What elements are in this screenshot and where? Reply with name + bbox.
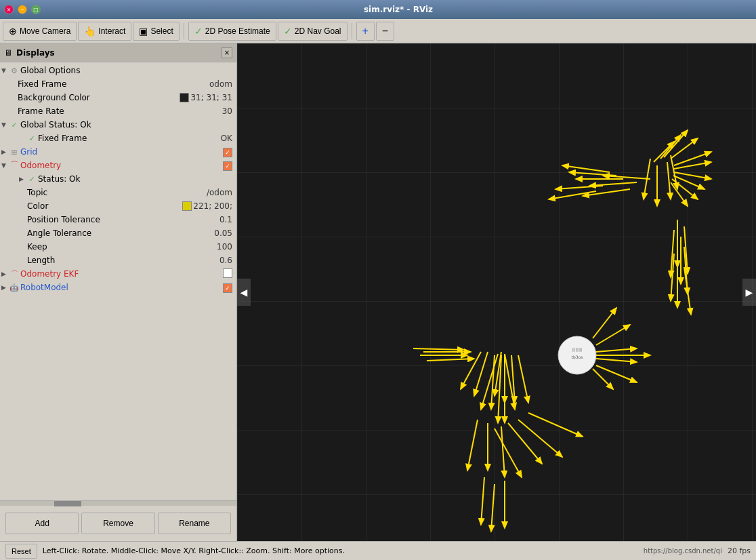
displays-tree: ▼ ⚙ Global Options Fixed Frame odom Back… (0, 62, 236, 500)
svg-line-58 (508, 423, 542, 464)
fixed-frame-ok-label: Fixed Frame (38, 134, 219, 143)
svg-line-44 (671, 230, 674, 277)
pose-estimate-label: 2D Pose Estimate (205, 26, 270, 36)
svg-line-30 (644, 159, 650, 199)
select-button[interactable]: ▣ Select (133, 22, 179, 41)
svg-line-40 (672, 179, 698, 199)
odometry-ekf-checkbox-inner[interactable] (223, 268, 232, 278)
tree-item-frame-rate[interactable]: Frame Rate 30 (0, 104, 236, 118)
displays-close-button[interactable]: × (222, 47, 232, 58)
svg-line-32 (660, 135, 681, 159)
pos-tolerance-label: Position Tolerance (27, 215, 218, 224)
robot-model-checkbox-inner[interactable] (223, 283, 232, 293)
tree-item-fixed-frame-ok[interactable]: ✓ Fixed Frame OK (0, 132, 236, 145)
tree-item-odometry-ekf[interactable]: ▶ ⌒ Odometry EKF (0, 267, 236, 281)
move-camera-label: Move Camera (20, 26, 70, 36)
tree-item-grid[interactable]: ▶ ⊞ Grid (0, 145, 236, 159)
pose-estimate-button[interactable]: ✓ 2D Pose Estimate (188, 22, 276, 41)
grid-checkbox[interactable] (223, 147, 232, 157)
svg-line-8 (593, 369, 613, 389)
svg-line-14 (518, 355, 528, 403)
minimize-button[interactable]: − (18, 5, 27, 14)
tree-item-fixed-frame[interactable]: Fixed Frame odom (0, 77, 236, 91)
viewport-left-arrow[interactable]: ◀ (237, 279, 251, 306)
tree-item-pos-tolerance[interactable]: Position Tolerance 0.1 (0, 213, 236, 226)
tree-item-topic[interactable]: Topic /odom (0, 186, 236, 199)
rename-button[interactable]: Rename (158, 513, 231, 534)
svg-line-55 (501, 426, 505, 477)
odometry-checkbox[interactable] (223, 161, 232, 171)
scrollbar-thumb[interactable] (54, 501, 81, 506)
svg-rect-0 (237, 43, 756, 541)
angle-tolerance-label: Angle Tolerance (27, 228, 213, 238)
bg-color-label: Background Color (18, 93, 178, 102)
add-toolbar-button[interactable]: + (356, 22, 375, 41)
svg-line-33 (664, 130, 688, 157)
odometry-checkbox-inner[interactable] (223, 161, 232, 171)
svg-line-6 (596, 365, 637, 382)
svg-line-52 (427, 359, 474, 361)
remove-toolbar-button[interactable]: − (376, 22, 394, 41)
odometry-visualization: ⠿⠿⠿ tb3os (237, 43, 756, 541)
svg-line-60 (528, 413, 583, 437)
tree-item-odometry[interactable]: ▼ ⌒ Odometry (0, 159, 236, 172)
tree-item-robot-model[interactable]: ▶ 🤖 RobotModel (0, 281, 236, 294)
svg-line-46 (684, 247, 688, 294)
nav-goal-icon: ✓ (284, 26, 292, 37)
statusbar: Reset Left-Click: Rotate. Middle-Click: … (0, 541, 756, 560)
svg-line-7 (593, 308, 616, 338)
viewport-right-arrow[interactable]: ▶ (742, 279, 756, 306)
plus-icon: + (362, 25, 369, 37)
global-status-label: Global Status: Ok (20, 120, 235, 129)
svg-line-57 (467, 420, 478, 471)
select-icon: ▣ (139, 26, 148, 37)
remove-button[interactable]: Remove (81, 513, 154, 534)
odometry-icon: ⌒ (9, 159, 19, 172)
tree-item-status-ok[interactable]: ▶ ✓ Status: Ok (0, 172, 236, 186)
robot-label: ⠿⠿⠿ (572, 348, 582, 353)
svg-line-25 (562, 165, 610, 172)
svg-line-21 (555, 186, 603, 189)
grid-overlay (237, 43, 756, 541)
close-button[interactable]: × (4, 5, 14, 14)
checkmark-icon: ✓ (9, 121, 19, 129)
tree-item-angle-tolerance[interactable]: Angle Tolerance 0.05 (0, 226, 236, 240)
separator-2 (352, 23, 352, 39)
interact-button[interactable]: 👆 Interact (78, 22, 131, 41)
tree-item-keep[interactable]: Keep 100 (0, 240, 236, 254)
tree-item-bg-color[interactable]: Background Color 31; 31; 31 (0, 91, 236, 104)
color-label: Color (27, 201, 181, 211)
robot-model-checkbox[interactable] (223, 283, 232, 293)
odometry-ekf-checkbox[interactable] (223, 268, 232, 280)
tree-item-global-status[interactable]: ▼ ✓ Global Status: Ok (0, 118, 236, 132)
interact-label: Interact (98, 26, 125, 36)
tree-item-color[interactable]: Color 221; 200; (0, 199, 236, 213)
svg-line-49 (684, 267, 691, 315)
tree-item-global-options[interactable]: ▼ ⚙ Global Options (0, 64, 236, 77)
svg-line-10 (491, 355, 495, 409)
nav-goal-button[interactable]: ✓ 2D Nav Goal (278, 22, 348, 41)
grid-label: Grid (20, 147, 222, 157)
arrow-global-options: ▼ (1, 67, 8, 74)
fixed-frame-value: odom (209, 79, 235, 89)
separator-1 (184, 23, 184, 39)
viewport[interactable]: ⠿⠿⠿ tb3os (237, 43, 756, 541)
window-title: sim.rviz* - RViz (45, 5, 752, 14)
tree-item-length[interactable]: Length 0.6 (0, 254, 236, 267)
svg-line-22 (569, 172, 616, 176)
bg-color-value: 31; 31; 31 (180, 93, 235, 103)
length-value: 0.6 (219, 256, 235, 265)
grid-checkbox-inner[interactable] (223, 148, 232, 157)
toolbar: ⊕ Move Camera 👆 Interact ▣ Select ✓ 2D P… (0, 19, 756, 43)
reset-button[interactable]: Reset (5, 544, 37, 559)
move-camera-button[interactable]: ⊕ Move Camera (3, 22, 77, 41)
svg-line-16 (505, 354, 515, 409)
main-area: 🖥 Displays × ▼ ⚙ Global Options Fixed Fr… (0, 43, 756, 541)
add-button[interactable]: Add (5, 513, 79, 534)
interact-icon: 👆 (84, 26, 96, 37)
svg-line-31 (671, 155, 677, 189)
maximize-button[interactable]: □ (31, 5, 41, 14)
robot-model-icon: 🤖 (9, 283, 19, 292)
fixed-frame-label: Fixed Frame (18, 79, 208, 89)
sidebar-scrollbar[interactable] (0, 500, 236, 506)
